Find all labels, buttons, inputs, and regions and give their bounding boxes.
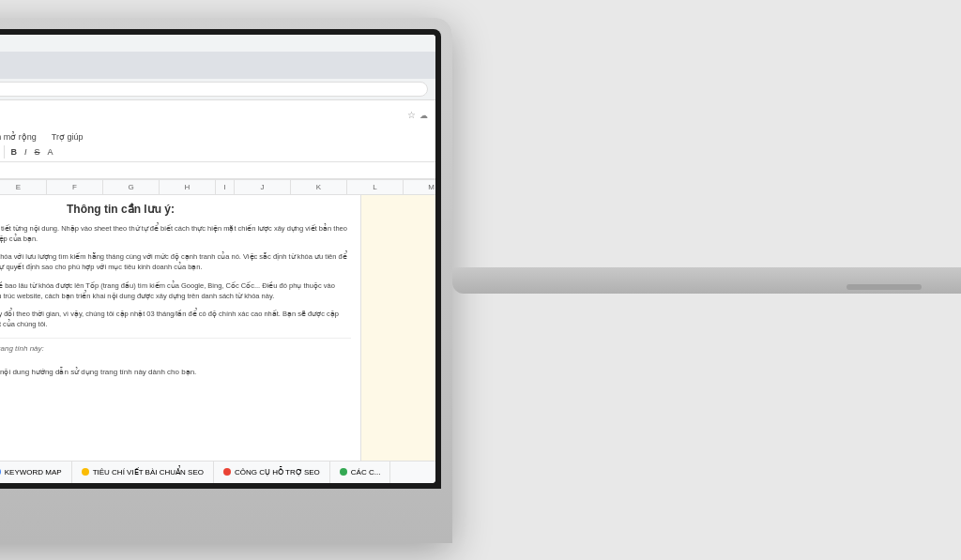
sheets-menu-row: Tệp Chỉnh sửa Xem Chèn Định dạng Dữ liệu… <box>0 130 435 144</box>
content-row: G / GT DIGITAL Grow together <box>0 195 435 461</box>
info-para-2: Mẫu này thể hiện chi tiết từng từ khóa v… <box>0 251 351 273</box>
tab-dot <box>82 468 89 476</box>
sheet-tab-cac-c[interactable]: CÁC C... <box>330 462 391 483</box>
info-para-4: Mức độ cạnh tranh từ khóa sẽ thay đổi th… <box>0 309 351 330</box>
toolbar-row: Trình bày ↩ ↪ 🖨 ⚙ 100% $ % <box>0 144 435 162</box>
laptop-base <box>452 267 961 294</box>
italic-note: Hãy cùng xem qua các sheet ở trang tính … <box>0 344 351 353</box>
laptop-screen: ✦ [TÀI CHÍNH - NGÂN HÀNG] BỘ 200 TỪ KHÓA… <box>0 35 435 483</box>
col-header-h[interactable]: H <box>160 180 216 194</box>
address-bar-row: 🔒 docs.google.com/spreadsheets <box>0 79 435 99</box>
col-header-l[interactable]: L <box>347 180 404 194</box>
browser-chrome: ✦ [TÀI CHÍNH - NGÂN HÀNG] BỘ 200 TỪ KHÓA… <box>0 35 435 100</box>
strikethrough-button[interactable]: S <box>32 146 43 158</box>
spreadsheet-body: 1 2 3 4 5 6 7 8 9 10 11 12 13 14 15 16 1 <box>0 180 435 461</box>
yellow-side-panel <box>360 195 435 461</box>
keyword-research-label: Keyword Research <box>0 380 351 389</box>
tab-dot <box>223 468 231 476</box>
col-header-k[interactable]: K <box>291 180 347 194</box>
info-para-3: Mẫu này không đề cập đến vấn đề bao lâu … <box>0 280 351 302</box>
col-header-f[interactable]: F <box>47 180 103 194</box>
toolbar-separator <box>4 145 5 159</box>
col-header-m[interactable]: M <box>404 180 435 194</box>
grid-content: G / GT DIGITAL Grow together <box>0 195 435 461</box>
tab-label-cac-c: CÁC C... <box>351 468 381 477</box>
tab-label-tieu-chi: TIÊU CHÍ VIẾT BÀI CHUẨN SEO <box>93 468 204 477</box>
star-icon[interactable]: ☆ <box>407 110 416 120</box>
col-headers-area: A B C D E F G H I J K L M N <box>0 180 435 461</box>
tab-dot <box>0 468 1 476</box>
screen-bezel: ✦ [TÀI CHÍNH - NGÂN HÀNG] BỘ 200 TỪ KHÓA… <box>0 29 441 489</box>
info-heading: Thông tin cần lưu ý: <box>0 203 351 216</box>
sheet-section-desc: Là sheet đầu tiên, sheet hiển thị nội du… <box>0 368 351 376</box>
address-bar[interactable]: 🔒 docs.google.com/spreadsheets <box>0 82 428 97</box>
sheets-header: [TÀI CHÍNH - NGÂN HÀNG] BỘ 200 TỪ KHÓA V… <box>0 100 435 180</box>
menu-help[interactable]: Trợ giúp <box>50 130 85 144</box>
cell-ref-row: S46 fx <box>0 162 435 179</box>
sheet-tab-keyword-map[interactable]: KEYWORD MAP <box>0 462 72 483</box>
tab-label-keyword-map: KEYWORD MAP <box>5 468 62 477</box>
bottom-notes: Hãy cùng xem qua các sheet ở trang tính … <box>0 338 351 389</box>
sheet-section-title: Sheet tổng quan <box>0 356 351 366</box>
sheet-tab-bar: + ≡ TỔNG QUAN KEYWORD RESEARCH QUẢN LÝ B… <box>0 461 435 483</box>
sheet-tab-cong-cu[interactable]: CÔNG CỤ HỖ TRỢ SEO <box>214 462 330 483</box>
browser-tab-bar: ✦ [TÀI CHÍNH - NGÂN HÀNG] BỘ 200 TỪ KHÓA… <box>0 52 435 79</box>
bold-button[interactable]: B <box>8 146 21 158</box>
col-headers: A B C D E F G H I J K L M N <box>0 180 435 195</box>
col-header-j[interactable]: J <box>235 180 291 194</box>
tab-dot <box>340 468 347 476</box>
laptop-base-wrapper <box>452 267 961 294</box>
col-header-i[interactable]: I <box>216 180 235 194</box>
col-header-g[interactable]: G <box>103 180 160 194</box>
italic-button[interactable]: I <box>22 146 30 158</box>
right-info-panel: Thông tin cần lưu ý: Mẫu này gồm 7 sheet… <box>0 195 360 461</box>
cloud-icon: ☁ <box>419 111 428 120</box>
tab-label-cong-cu: CÔNG CỤ HỖ TRỢ SEO <box>235 468 320 477</box>
col-header-e[interactable]: E <box>0 180 47 194</box>
browser-top-bar <box>0 35 435 52</box>
info-para-1: Mẫu này gồm 7 sheet thể hiện chi tiết từ… <box>0 223 351 245</box>
sheet-tab-tieu-chi[interactable]: TIÊU CHÍ VIẾT BÀI CHUẨN SEO <box>72 462 214 483</box>
laptop-frame: ✦ [TÀI CHÍNH - NGÂN HÀNG] BỘ 200 TỪ KHÓA… <box>0 18 452 543</box>
font-color-button[interactable]: A <box>45 146 56 158</box>
sheets-title-row: [TÀI CHÍNH - NGÂN HÀNG] BỘ 200 TỪ KHÓA V… <box>0 100 435 130</box>
menu-extensions[interactable]: Tiện ích mở rộng <box>0 130 38 144</box>
